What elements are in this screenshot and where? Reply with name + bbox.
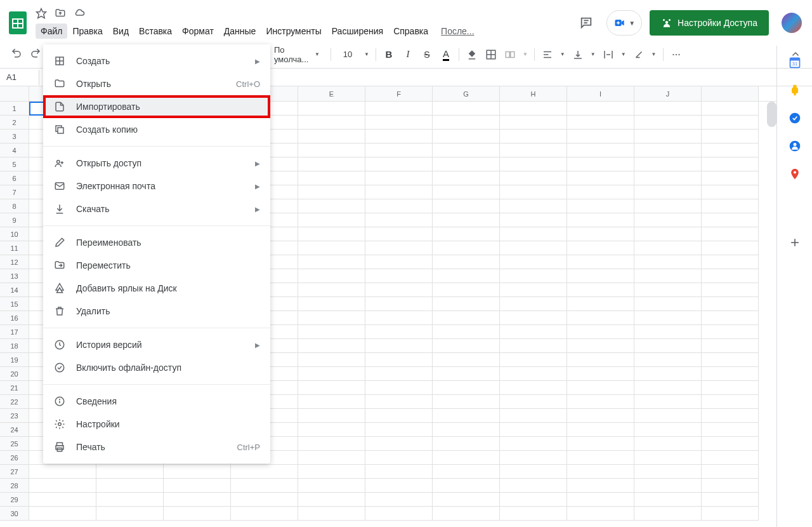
cell[interactable] <box>433 339 500 353</box>
cell[interactable] <box>702 423 759 437</box>
row-header[interactable]: 5 <box>0 157 29 171</box>
cell[interactable] <box>634 185 702 199</box>
cell[interactable] <box>365 493 433 507</box>
cell[interactable] <box>500 255 567 269</box>
cell[interactable] <box>298 409 365 423</box>
cell[interactable] <box>365 339 433 353</box>
cell[interactable] <box>29 507 96 521</box>
borders-button[interactable] <box>482 46 500 63</box>
text-color-button[interactable]: A <box>437 46 455 63</box>
cell[interactable] <box>500 171 567 185</box>
cell[interactable] <box>298 381 365 395</box>
row-header[interactable]: 20 <box>0 367 29 381</box>
cell[interactable] <box>634 437 702 451</box>
menu-move[interactable]: Переместить <box>43 254 270 277</box>
undo-button[interactable] <box>8 46 25 63</box>
cell[interactable] <box>500 213 567 227</box>
row-header[interactable]: 3 <box>0 130 29 143</box>
menu-settings[interactable]: Настройки <box>43 413 270 436</box>
menu-file[interactable]: Файл <box>36 23 67 39</box>
cell[interactable] <box>634 213 702 227</box>
cell[interactable] <box>298 130 365 143</box>
cell[interactable] <box>365 409 433 423</box>
vertical-scrollbar[interactable] <box>767 102 776 127</box>
cell[interactable] <box>702 185 759 199</box>
cell[interactable] <box>365 185 433 199</box>
cell[interactable] <box>365 199 433 213</box>
cell[interactable] <box>96 493 164 507</box>
cell[interactable] <box>298 479 365 493</box>
cell[interactable] <box>702 102 759 116</box>
user-avatar[interactable] <box>782 13 802 33</box>
cell[interactable] <box>298 102 365 116</box>
cell[interactable] <box>634 130 702 143</box>
cell[interactable] <box>567 423 634 437</box>
cell[interactable] <box>500 199 567 213</box>
meet-button[interactable]: ▼ <box>606 10 642 36</box>
cell[interactable] <box>634 199 702 213</box>
cell[interactable] <box>433 367 500 381</box>
cell[interactable] <box>500 507 567 521</box>
cell[interactable] <box>500 116 567 130</box>
menu-add-shortcut[interactable]: Добавить ярлык на Диск <box>43 277 270 300</box>
cell[interactable] <box>567 199 634 213</box>
cell[interactable] <box>365 311 433 325</box>
cell[interactable] <box>231 465 298 479</box>
cell[interactable] <box>634 171 702 185</box>
cell[interactable] <box>500 353 567 367</box>
cell[interactable] <box>634 283 702 297</box>
cell[interactable] <box>231 493 298 507</box>
cell[interactable] <box>634 227 702 241</box>
cell[interactable] <box>567 116 634 130</box>
cell[interactable] <box>702 213 759 227</box>
menu-share[interactable]: Открыть доступ ▶ <box>43 152 270 175</box>
cell[interactable] <box>634 143 702 157</box>
strikethrough-button[interactable]: S <box>418 46 436 63</box>
cell[interactable] <box>365 353 433 367</box>
menu-tools[interactable]: Инструменты <box>261 23 326 39</box>
cell[interactable] <box>433 130 500 143</box>
cell[interactable] <box>433 423 500 437</box>
cell[interactable] <box>29 493 96 507</box>
row-header[interactable]: 30 <box>0 507 29 521</box>
col-header[interactable]: G <box>433 86 500 101</box>
cell[interactable] <box>500 381 567 395</box>
cell[interactable] <box>365 423 433 437</box>
cell[interactable] <box>634 395 702 409</box>
cell[interactable] <box>298 213 365 227</box>
cell[interactable] <box>634 269 702 283</box>
row-header[interactable]: 10 <box>0 227 29 241</box>
cell[interactable] <box>433 185 500 199</box>
cell[interactable] <box>298 311 365 325</box>
cell[interactable] <box>365 507 433 521</box>
cell[interactable] <box>702 339 759 353</box>
cell[interactable] <box>433 102 500 116</box>
row-header[interactable]: 21 <box>0 381 29 395</box>
cell[interactable] <box>433 283 500 297</box>
font-size-selector[interactable]: 10 <box>335 46 360 63</box>
add-icon[interactable] <box>789 236 801 249</box>
cell[interactable] <box>702 367 759 381</box>
valign-button[interactable] <box>569 46 587 63</box>
row-header[interactable]: 26 <box>0 451 29 465</box>
cell[interactable] <box>500 409 567 423</box>
share-button[interactable]: Настройки Доступа <box>650 10 769 36</box>
cell[interactable] <box>365 143 433 157</box>
cell[interactable] <box>298 269 365 283</box>
cell[interactable] <box>634 423 702 437</box>
cell[interactable] <box>567 465 634 479</box>
menu-email[interactable]: Электронная почта ▶ <box>43 175 270 197</box>
row-header[interactable]: 29 <box>0 493 29 507</box>
cell[interactable] <box>500 102 567 116</box>
cell[interactable] <box>567 507 634 521</box>
cell[interactable] <box>500 395 567 409</box>
wrap-button[interactable] <box>599 46 617 63</box>
col-header[interactable]: H <box>500 86 567 101</box>
cell[interactable] <box>702 465 759 479</box>
cell[interactable] <box>702 479 759 493</box>
cell[interactable] <box>702 283 759 297</box>
row-header[interactable]: 7 <box>0 185 29 199</box>
cell[interactable] <box>298 493 365 507</box>
cell[interactable] <box>702 493 759 507</box>
cell[interactable] <box>634 451 702 465</box>
